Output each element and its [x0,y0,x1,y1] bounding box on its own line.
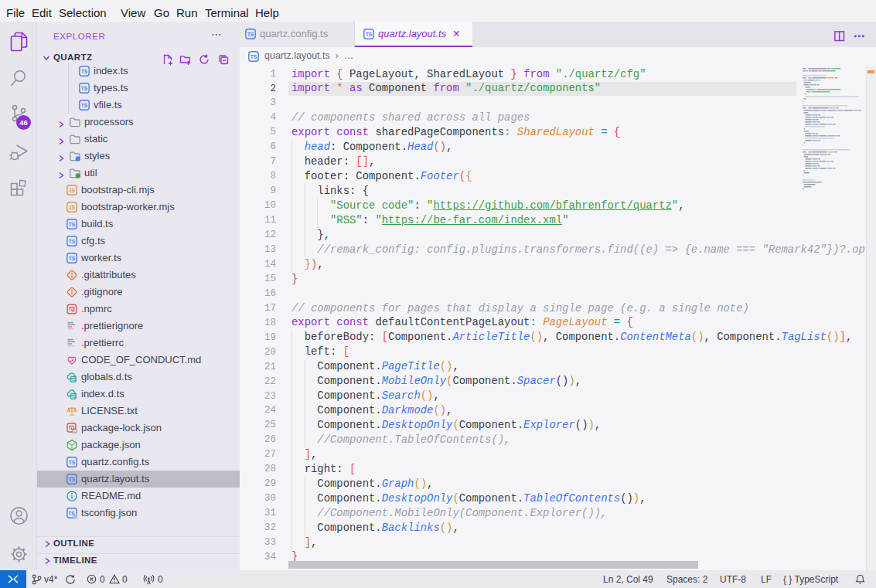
svg-text:TS: TS [366,32,373,37]
svg-text:TS: TS [81,69,88,74]
svg-text:TS: TS [69,222,76,227]
svg-text:TS: TS [68,511,75,516]
svg-text:TS: TS [81,86,88,91]
svg-text:TS: TS [69,239,76,244]
svg-text:TS: TS [69,477,76,482]
svg-text:TS: TS [70,394,76,399]
svg-text:TS: TS [81,103,88,108]
svg-text:JS: JS [69,205,76,210]
svg-text:TS: TS [251,54,257,59]
svg-text:TS: TS [69,460,76,465]
svg-text:TS: TS [247,32,254,37]
svg-text:TS: TS [69,256,76,261]
svg-text:JS: JS [69,188,76,193]
svg-text:TS: TS [70,377,76,382]
